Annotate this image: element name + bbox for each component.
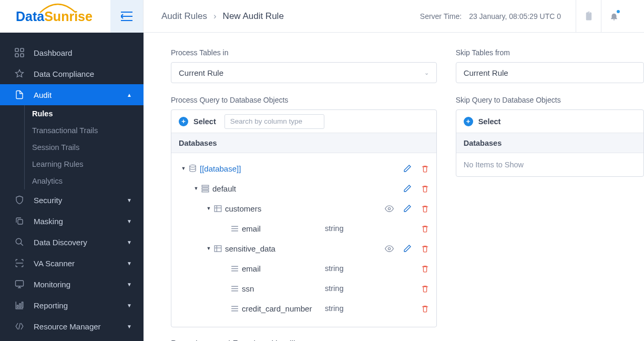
expand-toggle[interactable]: ▼ [204,246,213,251]
select-value: Current Rule [179,68,223,77]
tree-row-column[interactable]: email string [179,218,429,238]
sidebar-item-resource[interactable]: Resource Manager ▼ [0,316,144,337]
tree-row-table[interactable]: ▼ customers [179,198,429,218]
delete-icon[interactable] [421,205,429,213]
delete-icon[interactable] [421,185,429,193]
sidebar-item-label: VA Scanner [34,259,75,268]
select-button[interactable]: Select [193,117,216,126]
chevron-down-icon: ▼ [127,324,132,329]
table-icon [213,204,225,213]
chevron-down-icon: ▼ [127,260,132,266]
svg-rect-6 [16,280,24,286]
sidebar-item-analytics[interactable]: Analytics [24,173,144,189]
skip-query-label: Skip Query to Database Objects [456,96,644,104]
database-icon [188,164,200,173]
edit-icon[interactable] [403,204,412,213]
column-type: string [325,284,370,293]
sidebar-item-dashboard[interactable]: Dashboard [0,42,144,63]
sidebar-item-label: Data Discovery [34,238,87,247]
clipboard-icon[interactable] [576,0,601,33]
notification-dot [617,10,620,13]
sidebar-item-compliance[interactable]: Data Compliance [0,63,144,84]
object-tree: ▼ [[database]] ▼ default [171,153,436,327]
skip-tables-select[interactable]: Current Rule [456,62,644,83]
sidebar-item-session[interactable]: Session Trails [24,139,144,156]
delete-icon[interactable] [421,245,429,253]
audit-submenu: Rules Transactional Trails Session Trail… [0,105,144,189]
chevron-down-icon: ▼ [127,197,132,203]
delete-icon[interactable] [421,285,429,293]
svg-rect-2 [15,54,18,57]
chevron-down-icon: ▼ [127,303,132,308]
sidebar-item-masking[interactable]: Masking ▼ [0,210,144,232]
expand-toggle[interactable]: ▼ [191,186,201,191]
schema-icon [201,184,212,193]
chevron-down-icon: ▼ [127,239,132,245]
chevron-down-icon: ⌄ [424,69,429,76]
logo[interactable]: DataSunrise [0,0,110,33]
svg-rect-3 [21,54,24,57]
tree-row-column[interactable]: credit_card_number string [179,298,429,318]
eye-icon[interactable] [385,204,394,213]
sidebar-toggle-button[interactable] [110,0,144,33]
chevron-down-icon: ⌄ [312,339,319,341]
section-title: Procedures and Functions Handling [171,339,304,342]
svg-rect-12 [202,188,209,189]
expand-toggle[interactable]: ▼ [179,166,188,171]
expand-toggle[interactable]: ▼ [204,206,213,211]
edit-icon[interactable] [403,164,412,173]
sidebar-item-reporting[interactable]: Reporting ▼ [0,295,144,316]
chevron-down-icon: ▼ [127,218,132,224]
tree-row-table[interactable]: ▼ sensitive_data [179,238,429,258]
topbar-icons [576,0,626,33]
sidebar-item-rules[interactable]: Rules [24,105,144,122]
sidebar-item-learning[interactable]: Learning Rules [24,156,144,173]
select-button[interactable]: Select [478,117,501,126]
server-time-label: Server Time: [420,12,462,21]
sidebar-item-discovery[interactable]: Data Discovery ▼ [0,232,144,253]
svg-rect-16 [214,245,221,251]
tree-row-column[interactable]: email string [179,258,429,278]
sidebar-item-security[interactable]: Security ▼ [0,189,144,210]
sidebar-item-transactional[interactable]: Transactional Trails [24,122,144,139]
tree-row-database[interactable]: ▼ [[database]] [179,158,429,178]
tree-label: customers [225,204,309,213]
process-tables-select[interactable]: Current Rule ⌄ [171,62,437,83]
add-icon[interactable]: + [464,117,473,126]
tree-row-column[interactable]: ssn string [179,278,429,298]
process-query-label: Process Query to Database Objects [171,96,437,104]
chevron-up-icon: ▲ [127,92,132,98]
column-type: string [325,224,370,233]
procedures-section-toggle[interactable]: Procedures and Functions Handling ⌄ [171,339,437,341]
sidebar-item-monitoring[interactable]: Monitoring ▼ [0,274,144,295]
process-column: Process Tables in Current Rule ⌄ Process… [171,48,437,341]
delete-icon[interactable] [421,165,429,173]
edit-icon[interactable] [403,184,412,193]
table-icon [213,244,225,253]
delete-icon[interactable] [421,265,429,273]
search-input[interactable] [224,114,324,129]
sidebar-item-va[interactable]: VA Scanner ▼ [0,253,144,274]
sidebar-item-label: Audit [34,91,52,99]
sidebar-item-audit[interactable]: Audit ▲ [0,84,144,105]
monitor-icon [15,279,34,289]
svg-point-10 [190,165,196,167]
eye-icon[interactable] [385,244,394,253]
column-type: string [325,304,370,313]
edit-icon[interactable] [403,244,412,253]
sidebar-item-label: Resource Manager [34,322,101,331]
bell-icon[interactable] [601,0,626,33]
skip-query-panel: + Select Databases No Items to Show [456,109,644,177]
breadcrumb-root[interactable]: Audit Rules [161,11,207,22]
logo-row: DataSunrise [0,0,144,33]
server-time: Server Time: 23 January, 08:05:29 UTC 0 [420,12,561,21]
scan-icon [15,258,34,268]
tree-label: email [242,224,325,233]
skip-column: Skip Tables from Current Rule Skip Query… [456,48,644,341]
tree-row-schema[interactable]: ▼ default [179,178,429,198]
add-icon[interactable]: + [179,117,188,126]
skip-tables-label: Skip Tables from [456,48,644,57]
delete-icon[interactable] [421,225,429,233]
delete-icon[interactable] [421,305,429,313]
copy-icon [15,216,34,226]
